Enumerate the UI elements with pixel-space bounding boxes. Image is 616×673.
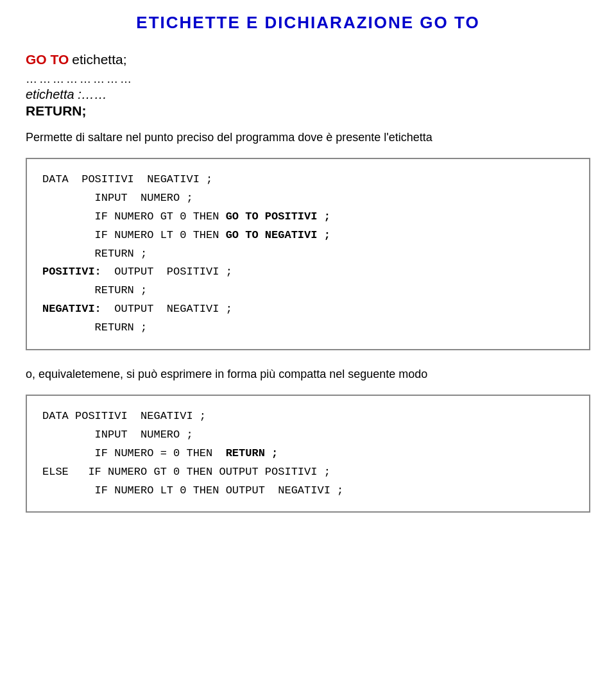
- description-2: o, equivaletemene, si può esprimere in f…: [26, 366, 590, 383]
- goto-line: GO TO etichetta;: [26, 52, 590, 67]
- code2-line-3: IF NUMERO = 0 THEN RETURN ;: [42, 445, 574, 463]
- code-line-8: NEGATIVI: OUTPUT NEGATIVI ;: [42, 300, 574, 319]
- label-dots-line: etichetta :……: [26, 87, 590, 102]
- code-line-3: IF NUMERO GT 0 THEN GO TO POSITIVI ;: [42, 208, 574, 226]
- description-1: Permette di saltare nel punto preciso de…: [26, 129, 590, 146]
- goto-keyword: GO TO: [26, 52, 69, 67]
- code-line-1: DATA POSITIVI NEGATIVI ;: [42, 171, 574, 189]
- code-line-9: RETURN ;: [42, 319, 574, 337]
- code2-line-2: INPUT NUMERO ;: [42, 426, 574, 445]
- code2-line-1: DATA POSITIVI NEGATIVI ;: [42, 407, 574, 426]
- code2-line-4: ELSE IF NUMERO GT 0 THEN OUTPUT POSITIVI…: [42, 463, 574, 482]
- code2-line-5: IF NUMERO LT 0 THEN OUTPUT NEGATIVI ;: [42, 482, 574, 500]
- code-box-2: DATA POSITIVI NEGATIVI ; INPUT NUMERO ; …: [26, 395, 590, 513]
- code-box-1: DATA POSITIVI NEGATIVI ; INPUT NUMERO ; …: [26, 158, 590, 350]
- code-line-4: IF NUMERO LT 0 THEN GO TO NEGATIVI ;: [42, 226, 574, 245]
- code-line-5: RETURN ;: [42, 245, 574, 264]
- code-line-7: RETURN ;: [42, 282, 574, 300]
- code-line-6: POSITIVI: OUTPUT POSITIVI ;: [42, 263, 574, 282]
- goto-label-text: etichetta;: [72, 52, 126, 67]
- dots-line-1: ……………………: [26, 72, 590, 86]
- page-title: ETICHETTE E DICHIARAZIONE GO TO: [26, 13, 590, 33]
- code-line-2: INPUT NUMERO ;: [42, 189, 574, 208]
- return-bold-line: RETURN;: [26, 103, 590, 119]
